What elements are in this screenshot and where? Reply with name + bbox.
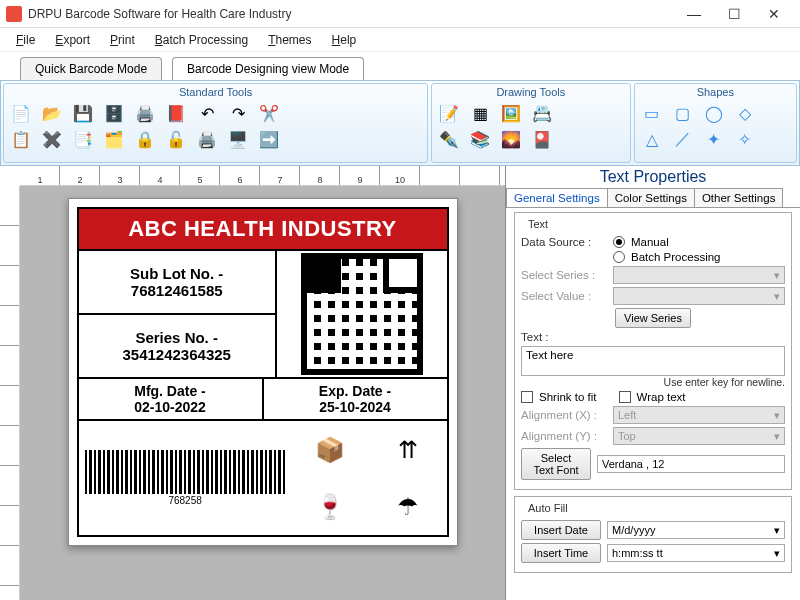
triangle-icon[interactable]: △	[639, 126, 665, 152]
library-icon[interactable]: 📇	[529, 100, 555, 126]
arrow-icon[interactable]: ✧	[732, 126, 758, 152]
save-icon[interactable]: 💾	[70, 100, 96, 126]
lock-icon[interactable]: 🔒	[132, 126, 158, 152]
shrink-label: Shrink to fit	[539, 391, 597, 403]
handling-icons[interactable]: 📦 ⇈ 🍷 ☂	[292, 421, 447, 535]
maximize-button[interactable]: ☐	[714, 2, 754, 26]
mfg-value: 02-10-2022	[81, 399, 260, 415]
label-header[interactable]: ABC HEALTH INDUSTRY	[79, 209, 447, 251]
select-series-dropdown: ▾	[613, 266, 785, 284]
select-font-button[interactable]: Select Text Font	[521, 448, 591, 480]
image-tool-icon[interactable]: 🖼️	[498, 100, 524, 126]
menu-themes[interactable]: Themes	[260, 31, 319, 49]
horizontal-ruler: 12345678910	[20, 166, 505, 186]
sublot-label: Sub Lot No. -	[130, 265, 223, 282]
copy-icon[interactable]: 📋	[8, 126, 34, 152]
label-card[interactable]: ABC HEALTH INDUSTRY Sub Lot No. - 768124…	[68, 198, 458, 546]
fragile-icon: 🍷	[315, 493, 345, 521]
pdf-icon[interactable]: 📕	[163, 100, 189, 126]
series-cell[interactable]: Series No. - 3541242364325	[79, 315, 275, 377]
diamond-icon[interactable]: ◇	[732, 100, 758, 126]
radio-manual-label: Manual	[631, 236, 669, 248]
star-icon[interactable]: ✦	[701, 126, 727, 152]
rect-icon[interactable]: ▭	[639, 100, 665, 126]
undo-icon[interactable]: ↶	[194, 100, 220, 126]
redo-icon[interactable]: ↷	[225, 100, 251, 126]
qr-code[interactable]	[277, 251, 447, 377]
menu-batch[interactable]: Batch Processing	[147, 31, 256, 49]
wrap-checkbox[interactable]	[619, 391, 631, 403]
menu-print[interactable]: Print	[102, 31, 143, 49]
barcode-tool-icon[interactable]: ▦	[467, 100, 493, 126]
toolgroup-standard: Standard Tools 📄 📂 💾 🗄️ 🖨️ 📕 ↶ ↷ ✂️ 📋 ✖️…	[3, 83, 428, 163]
tab-other-settings[interactable]: Other Settings	[694, 188, 784, 207]
shrink-checkbox[interactable]	[521, 391, 533, 403]
mode-tabs: Quick Barcode Mode Barcode Designing vie…	[0, 52, 800, 80]
signature-icon[interactable]: ✒️	[436, 126, 462, 152]
app-icon	[6, 6, 22, 22]
layers-icon[interactable]: 🗂️	[101, 126, 127, 152]
watermark-icon[interactable]: 📚	[467, 126, 493, 152]
view-series-button[interactable]: View Series	[615, 308, 691, 328]
line-icon[interactable]: ／	[670, 126, 696, 152]
select-value-label: Select Value :	[521, 290, 607, 302]
tab-general-settings[interactable]: General Settings	[506, 188, 608, 207]
insert-date-button[interactable]: Insert Date	[521, 520, 601, 540]
workspace: 12345678910 ABC HEALTH INDUSTRY Sub Lot …	[0, 166, 800, 600]
this-way-up-icon: ⇈	[398, 436, 418, 464]
picture-icon[interactable]: 🌄	[498, 126, 524, 152]
clipart-icon[interactable]: 🎴	[529, 126, 555, 152]
menubar: File Export Print Batch Processing Theme…	[0, 28, 800, 52]
text-tool-icon[interactable]: 📝	[436, 100, 462, 126]
delete-icon[interactable]: ✖️	[39, 126, 65, 152]
tab-quick-mode[interactable]: Quick Barcode Mode	[20, 57, 162, 80]
text-input[interactable]: Text here	[521, 346, 785, 376]
exp-label: Exp. Date -	[266, 383, 445, 399]
menu-help[interactable]: Help	[324, 31, 365, 49]
window-title: DRPU Barcode Software for Health Care In…	[28, 7, 674, 21]
tab-color-settings[interactable]: Color Settings	[607, 188, 695, 207]
series-label: Series No. -	[135, 329, 218, 346]
radio-batch-label: Batch Processing	[631, 251, 721, 263]
cut-icon[interactable]: ✂️	[256, 100, 282, 126]
export-icon[interactable]: ➡️	[256, 126, 282, 152]
sublot-cell[interactable]: Sub Lot No. - 76812461585	[79, 251, 275, 315]
radio-manual[interactable]	[613, 236, 625, 248]
insert-time-button[interactable]: Insert Time	[521, 543, 601, 563]
datasource-label: Data Source :	[521, 236, 607, 248]
exp-cell[interactable]: Exp. Date - 25-10-2024	[264, 379, 447, 419]
date-format-dropdown[interactable]: M/d/yyyy▾	[607, 521, 785, 539]
roundrect-icon[interactable]: ▢	[670, 100, 696, 126]
canvas[interactable]: ABC HEALTH INDUSTRY Sub Lot No. - 768124…	[20, 186, 505, 600]
toolbar: Standard Tools 📄 📂 💾 🗄️ 🖨️ 📕 ↶ ↷ ✂️ 📋 ✖️…	[0, 80, 800, 166]
barcode-number: 768258	[168, 495, 201, 506]
print-icon[interactable]: 🖨️	[132, 100, 158, 126]
printer2-icon[interactable]: 🖨️	[194, 126, 220, 152]
menu-file[interactable]: File	[8, 31, 43, 49]
minimize-button[interactable]: —	[674, 2, 714, 26]
toolgroup-drawing: Drawing Tools 📝 ▦ 🖼️ 📇 ✒️ 📚 🌄 🎴	[431, 83, 631, 163]
autofill-fieldset: Auto Fill Insert Date M/d/yyyy▾ Insert T…	[514, 496, 792, 573]
barcode-bars-icon	[85, 450, 286, 494]
close-button[interactable]: ✕	[754, 2, 794, 26]
radio-batch[interactable]	[613, 251, 625, 263]
paste-icon[interactable]: 📑	[70, 126, 96, 152]
exp-value: 25-10-2024	[266, 399, 445, 415]
tab-designing-mode[interactable]: Barcode Designing view Mode	[172, 57, 364, 80]
open-icon[interactable]: 📂	[39, 100, 65, 126]
alignx-label: Alignment (X) :	[521, 409, 607, 421]
unlock-icon[interactable]: 🔓	[163, 126, 189, 152]
new-icon[interactable]: 📄	[8, 100, 34, 126]
mfg-cell[interactable]: Mfg. Date - 02-10-2022	[79, 379, 264, 419]
time-format-dropdown[interactable]: h:mm:ss tt▾	[607, 544, 785, 562]
alignx-dropdown: Left▾	[613, 406, 785, 424]
aligny-dropdown: Top▾	[613, 427, 785, 445]
select-series-label: Select Series :	[521, 269, 607, 281]
ellipse-icon[interactable]: ◯	[701, 100, 727, 126]
barcode[interactable]: 768258	[79, 421, 292, 535]
menu-export[interactable]: Export	[47, 31, 98, 49]
saveas-icon[interactable]: 🗄️	[101, 100, 127, 126]
toolgroup-shapes: Shapes ▭ ▢ ◯ ◇ △ ／ ✦ ✧	[634, 83, 797, 163]
preview-icon[interactable]: 🖥️	[225, 126, 251, 152]
text-hint: Use enter key for newline.	[521, 376, 785, 388]
